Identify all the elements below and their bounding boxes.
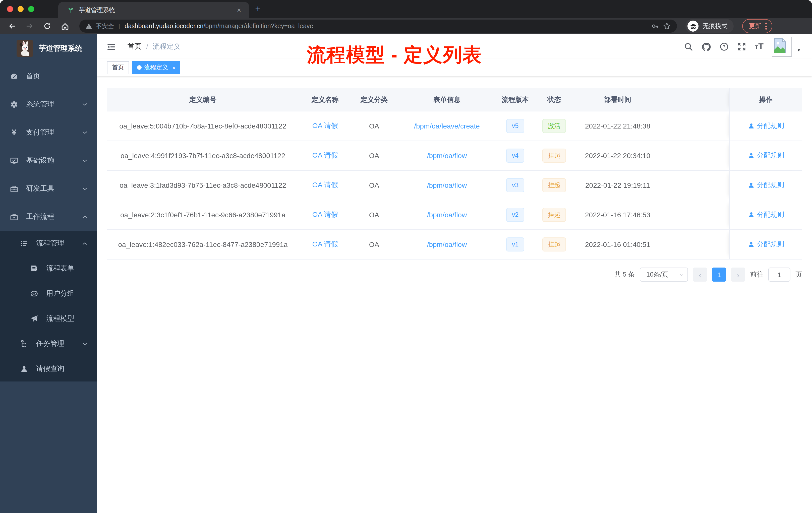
close-window-button[interactable] xyxy=(7,6,13,12)
not-secure-label: 不安全 xyxy=(96,22,114,30)
definition-name-link[interactable]: OA 请假 xyxy=(312,240,338,249)
incognito-icon xyxy=(688,21,698,32)
col-header-time: 部署时间 xyxy=(575,88,660,111)
form-link[interactable]: /bpm/oa/flow xyxy=(427,240,467,248)
todo-list-icon xyxy=(20,239,28,247)
font-size-icon[interactable]: TT xyxy=(755,42,763,52)
sidebar-item-user-group[interactable]: 用户分组 xyxy=(0,281,97,306)
new-tab-button[interactable]: + xyxy=(255,3,261,14)
sidebar-item-home[interactable]: 首页 xyxy=(0,62,97,90)
gear-icon xyxy=(10,100,18,109)
sidebar-toggle-icon[interactable] xyxy=(103,42,119,51)
deploy-time: 2022-01-22 21:48:38 xyxy=(575,112,660,141)
zoom-window-button[interactable] xyxy=(28,6,34,12)
tab-close-icon[interactable]: × xyxy=(235,6,243,14)
tag-home[interactable]: 首页 xyxy=(107,61,129,74)
col-header-name: 定义名称 xyxy=(299,88,351,111)
minimize-window-button[interactable] xyxy=(18,6,24,12)
sidebar-item-workflow[interactable]: 工作流程 xyxy=(0,203,97,231)
definition-name-link[interactable]: OA 请假 xyxy=(312,121,338,130)
version-tag: v3 xyxy=(506,178,524,192)
sidebar-logo[interactable]: 芋道管理系统 xyxy=(0,34,97,62)
goto-page-input[interactable]: 1 xyxy=(768,268,790,281)
briefcase-icon xyxy=(10,213,18,221)
definition-id: oa_leave:4:991f2193-7b7f-11ec-a3c8-acde4… xyxy=(107,141,299,170)
update-label: 更新 xyxy=(749,22,761,30)
form-link[interactable]: /bpm/oa/flow xyxy=(427,211,467,219)
assign-rule-link[interactable]: 分配规则 xyxy=(748,210,784,219)
avatar[interactable] xyxy=(772,37,792,57)
pagination: 共 5 条 10条/页 ∨ ‹ 1 › 前往 1 页 xyxy=(107,268,802,281)
sidebar-item-label: 研发工具 xyxy=(26,184,82,193)
definition-id: oa_leave:2:3c1f0ef1-76b1-11ec-9c66-a2380… xyxy=(107,200,299,230)
browser-tab[interactable]: 芋道管理系统 × xyxy=(58,2,249,18)
sidebar-item-leave-query[interactable]: 请假查询 xyxy=(0,356,97,382)
sidebar-item-task-mgmt[interactable]: 任务管理 xyxy=(0,331,97,356)
sidebar-item-process-model[interactable]: 流程模型 xyxy=(0,306,97,331)
assign-rule-link[interactable]: 分配规则 xyxy=(748,181,784,190)
monitor-icon xyxy=(10,156,18,165)
assign-rule-link[interactable]: 分配规则 xyxy=(748,121,784,130)
github-icon[interactable] xyxy=(702,42,711,52)
not-secure-warning-icon xyxy=(85,23,92,30)
update-chip[interactable]: 更新 xyxy=(742,19,772,33)
password-key-icon[interactable] xyxy=(651,22,659,30)
forward-icon[interactable] xyxy=(23,19,37,33)
tab-strip: 芋道管理系统 × + xyxy=(0,0,812,18)
yen-icon: ¥ xyxy=(10,128,18,137)
avatar-caret-icon[interactable]: ▾ xyxy=(798,48,800,53)
back-icon[interactable] xyxy=(5,19,19,33)
definition-name-link[interactable]: OA 请假 xyxy=(312,181,338,190)
status-badge: 挂起 xyxy=(542,149,566,163)
fullscreen-icon[interactable] xyxy=(737,42,747,51)
sidebar-item-label: 请假查询 xyxy=(36,364,97,373)
search-icon[interactable] xyxy=(684,42,693,51)
version-tag: v2 xyxy=(506,208,524,222)
form-link[interactable]: /bpm/oa/leave/create xyxy=(414,122,480,130)
incognito-label: 无痕模式 xyxy=(702,22,728,30)
chevron-up-icon xyxy=(82,214,88,220)
definition-name-link[interactable]: OA 请假 xyxy=(312,151,338,160)
sidebar-item-process-form[interactable]: 流程表单 xyxy=(0,256,97,281)
sidebar-item-infra[interactable]: 基础设施 xyxy=(0,147,97,175)
tag-label: 流程定义 xyxy=(144,63,168,72)
form-link[interactable]: /bpm/oa/flow xyxy=(427,181,467,189)
main-area: 流程模型 - 定义列表 首页 / 流程定义 xyxy=(97,34,812,513)
status-badge: 挂起 xyxy=(542,237,566,251)
sidebar-item-system[interactable]: 系统管理 xyxy=(0,90,97,118)
window-controls[interactable] xyxy=(7,6,34,12)
assign-rule-link[interactable]: 分配规则 xyxy=(748,240,784,249)
deploy-time: 2022-01-22 20:34:10 xyxy=(575,141,660,170)
sidebar-item-payment[interactable]: ¥ 支付管理 xyxy=(0,118,97,147)
chevron-down-icon xyxy=(82,186,88,192)
browser-menu-icon[interactable] xyxy=(765,23,767,30)
help-icon[interactable]: ? xyxy=(720,42,729,51)
user-icon xyxy=(20,365,28,373)
tag-close-icon[interactable]: × xyxy=(172,64,175,70)
sidebar-item-devtools[interactable]: 研发工具 xyxy=(0,175,97,203)
home-icon[interactable] xyxy=(58,19,72,33)
paper-plane-icon xyxy=(30,315,38,323)
tag-process-definition[interactable]: 流程定义 × xyxy=(132,61,180,74)
prev-page-button[interactable]: ‹ xyxy=(693,268,707,281)
page-number-button[interactable]: 1 xyxy=(712,268,726,281)
page-size-select[interactable]: 10条/页 ∨ xyxy=(640,268,688,281)
sidebar-item-process-mgmt[interactable]: 流程管理 xyxy=(0,231,97,256)
status-badge: 激活 xyxy=(542,119,566,133)
next-page-button[interactable]: › xyxy=(731,268,745,281)
sidebar-item-label: 流程管理 xyxy=(36,239,82,248)
app-title: 芋道管理系统 xyxy=(39,43,82,53)
definition-name-link[interactable]: OA 请假 xyxy=(312,210,338,219)
breadcrumb-home[interactable]: 首页 xyxy=(127,42,142,51)
assign-rule-link[interactable]: 分配规则 xyxy=(748,151,784,160)
table-row: oa_leave:2:3c1f0ef1-76b1-11ec-9c66-a2380… xyxy=(107,200,802,230)
sidebar-item-label: 首页 xyxy=(26,72,97,81)
chevron-down-icon xyxy=(82,341,88,347)
logo-rabbit-image xyxy=(17,40,33,57)
org-tree-icon xyxy=(20,340,28,348)
reload-icon[interactable] xyxy=(40,19,54,33)
bookmark-star-icon[interactable] xyxy=(663,22,671,30)
form-link[interactable]: /bpm/oa/flow xyxy=(427,152,467,160)
active-dot-icon xyxy=(137,65,142,70)
address-bar[interactable]: 不安全 | dashboard.yudao.iocoder.cn/bpm/man… xyxy=(79,20,677,33)
